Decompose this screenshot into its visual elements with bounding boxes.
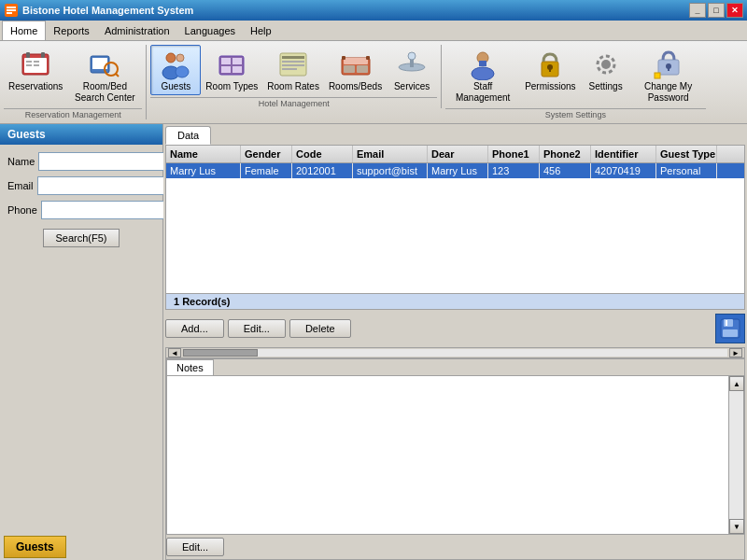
notes-tab[interactable]: Notes [166, 359, 214, 375]
search-button[interactable]: Search(F5) [43, 229, 119, 247]
room-bed-search-label: Room/Bed Search Center [72, 81, 137, 104]
menu-administration[interactable]: Administration [97, 21, 177, 40]
col-header-phone2: Phone2 [540, 146, 591, 162]
toolbar-permissions[interactable]: Permissions [520, 45, 580, 106]
cell-name: Marry Lus [166, 163, 241, 178]
phone-label: Phone [7, 204, 37, 216]
right-panel: Data Name Gender Code Email Dear Phone1 … [163, 124, 747, 560]
horizontal-scrollbar[interactable]: ◄ ► [165, 347, 745, 358]
col-header-dear: Dear [428, 146, 488, 162]
minimize-button[interactable]: _ [689, 3, 706, 18]
svg-rect-31 [344, 58, 368, 64]
guests-bottom-tab[interactable]: Guests [4, 536, 66, 558]
name-row: Name [7, 152, 155, 171]
staff-management-icon [466, 48, 500, 81]
change-password-label: Change My Password [636, 81, 701, 104]
toolbar-room-types[interactable]: Room Types [201, 45, 262, 95]
settings-icon [589, 48, 623, 81]
col-header-code: Code [292, 146, 353, 162]
scroll-down-btn[interactable]: ▼ [729, 519, 744, 534]
toolbar-room-rates[interactable]: Room Rates [262, 45, 324, 95]
maximize-button[interactable]: □ [708, 3, 725, 18]
toolbar-reservations[interactable]: Reservations [4, 45, 67, 106]
cell-code: 2012001 [292, 163, 353, 178]
guests-icon [159, 48, 192, 81]
toolbar-settings[interactable]: Settings [581, 45, 631, 106]
scroll-left-btn[interactable]: ◄ [168, 348, 181, 357]
email-input[interactable] [37, 176, 172, 195]
scroll-track [183, 349, 727, 357]
toolbar: Reservations Room/Bed Search Center Rese… [0, 41, 747, 124]
tab-data[interactable]: Data [165, 126, 211, 145]
svg-rect-24 [233, 66, 242, 73]
toolbar-change-password[interactable]: Change My Password [631, 45, 706, 106]
rooms-beds-label: Rooms/Beds [329, 81, 382, 92]
close-button[interactable]: ✕ [726, 3, 743, 18]
menu-help[interactable]: Help [243, 21, 279, 40]
add-button[interactable]: Add... [165, 319, 224, 338]
cell-identifier: 42070419 [591, 163, 656, 178]
records-count: 1 Record(s) [174, 296, 231, 307]
search-form: Name Email Phone Search(F5) [0, 145, 162, 259]
settings-label: Settings [589, 81, 623, 92]
toolbar-guests[interactable]: Guests [150, 45, 201, 95]
toolbar-services[interactable]: Services [387, 45, 437, 95]
svg-rect-23 [221, 66, 231, 73]
system-settings-label: System Settings [445, 108, 705, 119]
svg-rect-10 [26, 64, 32, 66]
notes-edit-bar: Edit... [166, 535, 744, 559]
reservations-icon [19, 48, 52, 81]
table-row[interactable]: Marry Lus Female 2012001 support@bist Ma… [166, 163, 744, 178]
svg-rect-53 [726, 320, 727, 326]
hotel-management-label: Hotel Management [150, 97, 437, 108]
delete-button[interactable]: Delete [289, 319, 351, 338]
phone-input[interactable] [41, 201, 176, 219]
svg-point-45 [601, 60, 611, 69]
system-settings-group: Staff Management Permissions [445, 45, 705, 106]
menu-reports[interactable]: Reports [46, 21, 97, 40]
reservations-label: Reservations [8, 81, 63, 92]
svg-rect-11 [34, 64, 39, 66]
menu-bar: Home Reports Administration Languages He… [0, 21, 747, 41]
cell-phone2: 456 [540, 163, 591, 178]
edit-button[interactable]: Edit... [228, 319, 286, 338]
name-input[interactable] [38, 152, 173, 171]
svg-rect-29 [282, 68, 297, 70]
toolbar-rooms-beds[interactable]: Rooms/Beds [324, 45, 387, 95]
scroll-right-btn[interactable]: ► [729, 348, 742, 357]
room-bed-search-icon [88, 48, 121, 81]
svg-point-18 [176, 54, 184, 62]
svg-rect-27 [282, 61, 304, 63]
svg-rect-7 [41, 52, 45, 58]
col-header-name: Name [166, 146, 241, 162]
menu-languages[interactable]: Languages [177, 21, 243, 40]
save-icon[interactable] [715, 314, 745, 343]
cell-gender: Female [241, 163, 292, 178]
scroll-up-btn[interactable]: ▲ [729, 376, 744, 391]
notes-edit-button[interactable]: Edit... [166, 538, 224, 556]
app-title: Bistone Hotel Management System [22, 5, 689, 16]
svg-point-19 [176, 66, 189, 77]
svg-line-15 [116, 74, 119, 77]
data-grid: Name Gender Code Email Dear Phone1 Phone… [165, 145, 745, 294]
change-password-icon [652, 48, 685, 81]
toolbar-room-bed-search[interactable]: Room/Bed Search Center [67, 45, 142, 106]
rooms-beds-icon [339, 48, 373, 81]
toolbar-staff-management[interactable]: Staff Management [445, 45, 520, 106]
svg-point-38 [408, 52, 416, 60]
guests-label: Guests [162, 81, 191, 92]
action-bar: Add... Edit... Delete [165, 310, 745, 347]
services-label: Services [394, 81, 430, 92]
room-rates-label: Room Rates [267, 81, 319, 92]
menu-home[interactable]: Home [2, 21, 46, 40]
title-bar: Bistone Hotel Management System _ □ ✕ [0, 0, 747, 21]
email-label: Email [7, 180, 34, 191]
left-panel: Guests Name Email Phone Search(F5) Guest… [0, 124, 163, 560]
reservation-management-label: Reservation Management [4, 108, 142, 119]
svg-point-16 [166, 53, 176, 63]
col-header-identifier: Identifier [591, 146, 656, 162]
scroll-thumb[interactable] [183, 349, 258, 357]
permissions-label: Permissions [525, 81, 575, 92]
left-bottom: Guests [0, 532, 162, 560]
app-icon [4, 3, 19, 18]
